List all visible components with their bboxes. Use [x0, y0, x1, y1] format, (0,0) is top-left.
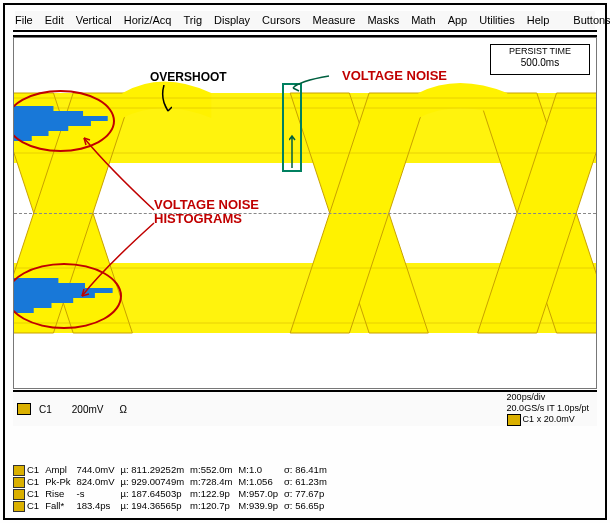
annotation-voltage-noise: VOLTAGE NOISE — [342, 68, 447, 83]
menu-vertical[interactable]: Vertical — [76, 14, 112, 26]
menu-masks[interactable]: Masks — [367, 14, 399, 26]
channel-scale-bar: C1 200mV Ω 200ps/div 20.0GS/s IT 1.0ps/p… — [13, 390, 597, 426]
channel-color-chip-icon — [17, 403, 31, 415]
menu-measure[interactable]: Measure — [313, 14, 356, 26]
menu-app[interactable]: App — [448, 14, 468, 26]
persist-value: 500.0ms — [491, 57, 589, 69]
menu-display[interactable]: Display — [214, 14, 250, 26]
trigger-level: x 20.0mV — [537, 414, 575, 424]
voltage-noise-arrows-icon — [289, 66, 349, 176]
coupling-symbol: Ω — [119, 404, 126, 415]
trigger-chip-icon — [507, 414, 521, 426]
trigger-ch: C1 — [523, 414, 535, 424]
menu-help[interactable]: Help — [527, 14, 550, 26]
menu-utilities[interactable]: Utilities — [479, 14, 514, 26]
toolbar-separator — [13, 30, 597, 37]
menu-trig[interactable]: Trig — [183, 14, 202, 26]
annotation-overshoot: OVERSHOOT — [150, 70, 227, 84]
sample-rate: 20.0GS/s IT 1.0ps/pt — [507, 403, 589, 414]
stat-row: C1Pk-Pk824.0mVµ: 929.00749mm:728.4mM:1.0… — [13, 476, 333, 488]
menu-math[interactable]: Math — [411, 14, 435, 26]
stat-row: C1Fall*183.4psµ: 194.36565pm:120.7pM:939… — [13, 500, 333, 512]
menu-edit[interactable]: Edit — [45, 14, 64, 26]
timebase: 200ps/div — [507, 392, 589, 403]
persist-time-readout: PERSIST TIME 500.0ms — [490, 44, 590, 75]
ground-marker-icon — [13, 208, 14, 218]
stat-row: C1Ampl744.0mVµ: 811.29252mm:552.0mM:1.0σ… — [13, 464, 333, 476]
channel-id: C1 — [39, 404, 52, 415]
vertical-scale: 200mV — [72, 404, 104, 415]
menu-buttons[interactable]: Buttons — [573, 14, 610, 26]
horizontal-axis — [14, 213, 596, 214]
overshoot-arrow-icon — [158, 85, 172, 115]
menu-file[interactable]: File — [15, 14, 33, 26]
menu-horizacq[interactable]: Horiz/Acq — [124, 14, 172, 26]
menubar: File Edit Vertical Horiz/Acq Trig Displa… — [15, 11, 595, 29]
measurement-stats: C1Ampl744.0mVµ: 811.29252mm:552.0mM:1.0σ… — [13, 464, 597, 512]
stat-row: C1Rise-sµ: 187.64503pm:122.9pM:957.0pσ: … — [13, 488, 333, 500]
annotation-histograms: VOLTAGE NOISEHISTOGRAMS — [154, 198, 259, 227]
persist-label: PERSIST TIME — [491, 46, 589, 57]
menu-cursors[interactable]: Cursors — [262, 14, 301, 26]
scope-graticule[interactable]: PERSIST TIME 500.0ms OVERSHOOT VOLTAGE N… — [13, 37, 597, 389]
